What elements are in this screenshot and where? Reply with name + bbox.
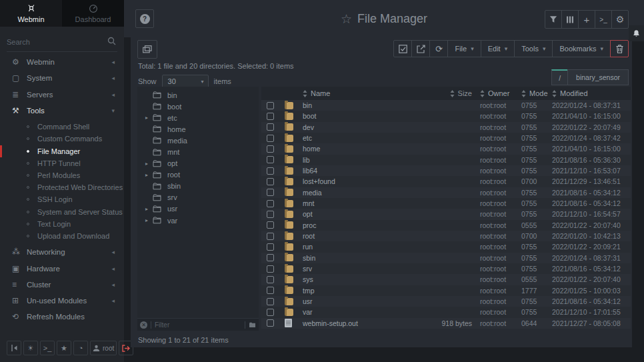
row-checkbox[interactable] bbox=[267, 189, 274, 196]
column-header-size[interactable]: Size bbox=[421, 89, 480, 97]
tree-filter-input[interactable] bbox=[155, 321, 241, 329]
table-row[interactable]: srv root:root 0755 2021/08/16 - 05:34:12 bbox=[261, 263, 631, 274]
tree-directory[interactable]: ▸ var bbox=[137, 215, 259, 226]
file-name[interactable]: var bbox=[299, 308, 421, 316]
row-checkbox[interactable] bbox=[267, 221, 274, 229]
tree-directory[interactable]: ▸ etc bbox=[137, 112, 259, 123]
submenu-item[interactable]: Text Login bbox=[0, 218, 124, 230]
row-checkbox[interactable] bbox=[267, 265, 274, 273]
file-name[interactable]: usr bbox=[299, 297, 421, 305]
tree-directory[interactable]: mnt bbox=[137, 146, 259, 157]
file-name[interactable]: proc bbox=[299, 221, 421, 229]
refresh-button[interactable]: ⟳ bbox=[429, 40, 448, 57]
table-row[interactable]: lost+found root:root 0700 2021/12/29 - 1… bbox=[261, 176, 631, 187]
row-checkbox[interactable] bbox=[267, 233, 274, 240]
trash-button[interactable] bbox=[610, 40, 629, 57]
file-name[interactable]: boot bbox=[299, 112, 421, 120]
favorites-button[interactable]: ★ bbox=[57, 341, 71, 355]
folder-filter-icon[interactable] bbox=[249, 322, 256, 328]
shell-button[interactable]: >_ bbox=[595, 10, 612, 29]
column-header-name[interactable]: Name bbox=[299, 89, 421, 97]
sidebar-nav-item[interactable]: ≡ Cluster ◂ bbox=[0, 277, 124, 293]
add-button[interactable]: + bbox=[578, 10, 595, 29]
tree-directory[interactable]: home bbox=[137, 123, 259, 135]
file-name[interactable]: dev bbox=[299, 123, 421, 131]
expand-arrow-icon[interactable]: ▸ bbox=[145, 217, 153, 223]
row-checkbox[interactable] bbox=[267, 276, 274, 283]
file-name[interactable]: sbin bbox=[299, 254, 421, 262]
favorite-star-icon[interactable]: ☆ bbox=[341, 11, 352, 27]
file-name[interactable]: tmp bbox=[299, 287, 421, 295]
share-export-button[interactable] bbox=[411, 40, 430, 57]
table-row[interactable]: sys root:root 0555 2022/01/22 - 20:07:40 bbox=[261, 274, 631, 285]
file-name[interactable]: root bbox=[299, 232, 421, 240]
file-name[interactable]: opt bbox=[299, 210, 421, 218]
file-name[interactable]: bin bbox=[299, 101, 421, 109]
expand-arrow-icon[interactable]: ▸ bbox=[145, 172, 153, 178]
row-checkbox[interactable] bbox=[267, 254, 274, 261]
file-name[interactable]: mnt bbox=[299, 199, 421, 207]
row-checkbox[interactable] bbox=[267, 319, 274, 327]
table-row[interactable]: mnt root:root 0755 2021/08/16 - 05:34:12 bbox=[261, 198, 631, 209]
tree-directory[interactable]: ▸ root bbox=[137, 169, 259, 181]
sidebar-nav-item[interactable]: ⚙ Webmin ◂ bbox=[0, 54, 124, 70]
tree-directory[interactable]: ▸ usr bbox=[137, 203, 259, 215]
sidebar-nav-item[interactable]: ⟲ Refresh Modules bbox=[0, 309, 124, 325]
row-checkbox[interactable] bbox=[267, 243, 274, 251]
toolbar-menu-button[interactable]: Edit ▾ bbox=[481, 40, 515, 57]
settings-button[interactable]: ⚙ bbox=[611, 10, 629, 29]
breadcrumb-segment[interactable]: binary_sensor bbox=[567, 69, 629, 85]
table-row[interactable]: media root:root 0755 2021/08/16 - 05:34:… bbox=[261, 187, 631, 198]
submenu-item[interactable]: Upload and Download bbox=[0, 230, 124, 242]
sidebar-nav-item[interactable]: ▣ Hardware ◂ bbox=[0, 260, 124, 276]
columns-button[interactable] bbox=[561, 10, 579, 29]
row-checkbox[interactable] bbox=[267, 123, 274, 131]
tree-directory[interactable]: srv bbox=[137, 192, 259, 203]
file-name[interactable]: lib64 bbox=[299, 167, 421, 175]
file-name[interactable]: run bbox=[299, 243, 421, 251]
tab-dashboard[interactable]: Dashboard bbox=[62, 0, 124, 27]
expand-arrow-icon[interactable]: ▸ bbox=[145, 206, 153, 212]
table-row[interactable]: dev root:root 0755 2022/01/22 - 20:07:49 bbox=[261, 122, 631, 133]
row-checkbox[interactable] bbox=[267, 200, 274, 207]
table-row[interactable]: lib root:root 0755 2021/08/16 - 05:36:30 bbox=[261, 155, 631, 165]
table-row[interactable]: bin root:root 0755 2022/01/24 - 08:37:31 bbox=[261, 100, 631, 111]
column-header-owner[interactable]: Owner bbox=[480, 89, 521, 97]
submenu-item[interactable]: Perl Modules bbox=[0, 169, 124, 181]
sidebar-nav-item[interactable]: ⊞ Un-used Modules ◂ bbox=[0, 293, 124, 309]
sidebar-nav-item[interactable]: ≣ Servers ◂ bbox=[0, 87, 124, 103]
tree-directory[interactable]: sbin bbox=[137, 181, 259, 192]
file-name[interactable]: lib bbox=[299, 156, 421, 164]
tree-directory[interactable]: ▸ opt bbox=[137, 158, 259, 169]
expand-arrow-icon[interactable]: ▸ bbox=[145, 115, 153, 121]
file-name[interactable]: etc bbox=[299, 134, 421, 142]
submenu-item[interactable]: HTTP Tunnel bbox=[0, 157, 124, 169]
clear-filter-icon[interactable]: ✕ bbox=[140, 321, 147, 329]
table-row[interactable]: boot root:root 0755 2021/04/10 - 16:15:0… bbox=[261, 111, 631, 121]
tree-directory[interactable]: media bbox=[137, 135, 259, 146]
submenu-item[interactable]: Command Shell bbox=[0, 121, 124, 133]
row-checkbox[interactable] bbox=[267, 211, 274, 218]
table-row[interactable]: var root:root 0755 2021/12/10 - 17:01:55 bbox=[261, 307, 631, 317]
table-row[interactable]: sbin root:root 0755 2022/01/24 - 08:37:3… bbox=[261, 253, 631, 263]
row-checkbox[interactable] bbox=[267, 113, 274, 120]
table-row[interactable]: opt root:root 0755 2021/12/10 - 16:54:57 bbox=[261, 209, 631, 219]
new-window-button[interactable] bbox=[137, 40, 157, 59]
row-checkbox[interactable] bbox=[267, 298, 274, 305]
expand-arrow-icon[interactable]: ▸ bbox=[145, 161, 153, 167]
row-checkbox[interactable] bbox=[267, 156, 274, 163]
toolbar-menu-button[interactable]: Bookmarks ▾ bbox=[552, 40, 611, 57]
table-row[interactable]: lib64 root:root 0755 2021/12/10 - 16:53:… bbox=[261, 165, 631, 176]
collapse-sidebar-button[interactable] bbox=[7, 341, 21, 355]
tree-directory[interactable]: bin bbox=[137, 89, 259, 101]
sidebar-nav-item[interactable]: ⁂ Networking ◂ bbox=[0, 244, 124, 260]
column-header-mode[interactable]: Mode bbox=[521, 89, 552, 97]
file-name[interactable]: srv bbox=[299, 265, 421, 273]
file-name[interactable]: sys bbox=[299, 275, 421, 283]
row-checkbox[interactable] bbox=[267, 287, 274, 294]
table-row[interactable]: root root:root 0700 2022/01/20 - 10:42:1… bbox=[261, 231, 631, 241]
toolbar-menu-button[interactable]: File ▾ bbox=[447, 40, 481, 57]
submenu-item[interactable]: SSH Login bbox=[0, 193, 124, 205]
table-row[interactable]: webmin-setup.out 918 bytes root:root 064… bbox=[261, 318, 631, 329]
file-name[interactable]: webmin-setup.out bbox=[299, 319, 421, 327]
